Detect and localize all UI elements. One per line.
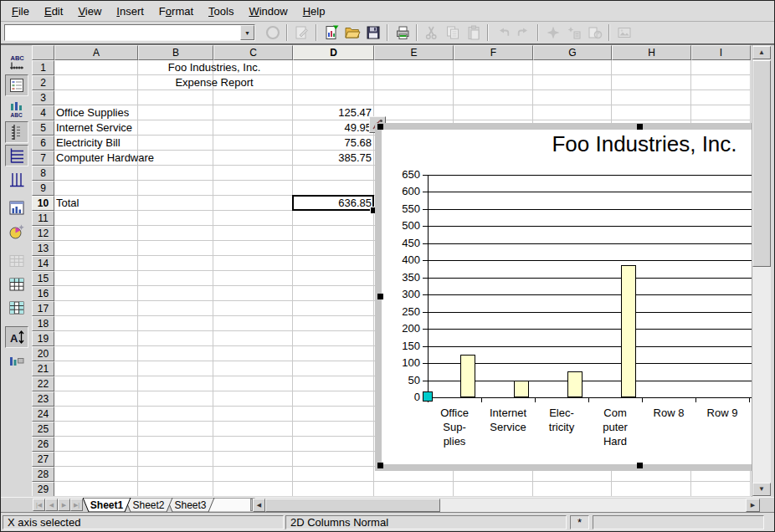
column-header-b[interactable]: B: [138, 45, 213, 60]
row-header-25[interactable]: 25: [32, 422, 54, 437]
column-header-f[interactable]: F: [454, 45, 533, 60]
y-axis-label-0[interactable]: 0: [385, 391, 420, 403]
sheet-nav-last-button[interactable]: ▶|: [70, 499, 83, 511]
x-axis-line[interactable]: [428, 397, 752, 398]
chart-selection-handle[interactable]: [637, 463, 643, 468]
y-axis-label-350[interactable]: 350: [385, 271, 420, 284]
chart-title-button[interactable]: ABC: [5, 51, 28, 73]
row-header-5[interactable]: 5: [32, 120, 54, 136]
horizontal-scroll-thumb[interactable]: [265, 499, 440, 512]
row-header-14[interactable]: 14: [32, 256, 54, 271]
menu-help[interactable]: Help: [295, 3, 333, 20]
cell-row4-value[interactable]: 125.47: [296, 105, 372, 120]
row-header-22[interactable]: 22: [32, 376, 54, 391]
cell-row5-label[interactable]: Internet Service: [56, 120, 132, 136]
row-header-7[interactable]: 7: [32, 151, 54, 166]
data-in-columns-button[interactable]: [5, 297, 28, 319]
menu-window[interactable]: Window: [241, 3, 295, 20]
chart-selection-handle[interactable]: [377, 463, 383, 468]
autoformat-button[interactable]: [5, 221, 28, 243]
x-axis-label-computer-hard[interactable]: ComputerHard: [585, 406, 645, 448]
axis-descriptions-button[interactable]: [5, 121, 28, 143]
row-header-12[interactable]: 12: [32, 226, 54, 241]
menu-edit[interactable]: Edit: [37, 3, 70, 20]
column-header-g[interactable]: G: [533, 45, 612, 60]
y-axis-label-250[interactable]: 250: [385, 305, 420, 318]
legend-button[interactable]: [5, 74, 28, 96]
x-axis-label-row-8[interactable]: Row 8: [639, 406, 699, 420]
menu-format[interactable]: Format: [151, 3, 201, 20]
print-button[interactable]: [392, 23, 413, 43]
y-axis-label-650[interactable]: 650: [385, 168, 420, 181]
row-header-6[interactable]: 6: [32, 136, 54, 151]
scroll-down-button[interactable]: ▼: [752, 483, 771, 496]
reorganize-chart-button[interactable]: [5, 350, 28, 371]
row-header-15[interactable]: 15: [32, 271, 54, 286]
y-axis-line[interactable]: [428, 175, 429, 398]
row-header-10[interactable]: 10: [32, 196, 54, 211]
combobox-dropdown-button[interactable]: ▼: [240, 25, 254, 40]
row-header-8[interactable]: 8: [32, 166, 54, 181]
x-axis-label-internet-service[interactable]: InternetService: [478, 406, 538, 434]
sheet-nav-first-button[interactable]: |◀: [33, 499, 45, 511]
sheet-tab-label[interactable]: Sheet1: [90, 499, 124, 511]
vertical-scrollbar[interactable]: ▲▼: [752, 45, 771, 497]
chart-title[interactable]: Foo Industries, Inc.: [552, 131, 737, 157]
menu-tools[interactable]: Tools: [201, 3, 241, 20]
cell-row6-value[interactable]: 75.68: [296, 136, 372, 151]
horizontal-scrollbar[interactable]: ◀▶: [253, 499, 760, 512]
row-header-19[interactable]: 19: [32, 331, 54, 346]
bar-electricity[interactable]: [567, 371, 583, 397]
row-header-18[interactable]: 18: [32, 316, 54, 331]
horizontal-grid-button[interactable]: [5, 145, 28, 166]
x-axis-label-office-supplies[interactable]: OfficeSup-plies: [424, 406, 485, 448]
bar-computer-hard[interactable]: [621, 265, 636, 397]
cell-row7-label[interactable]: Computer Hardware: [56, 151, 154, 166]
select-all-corner[interactable]: [32, 45, 54, 60]
bar-office-supplies[interactable]: [460, 355, 475, 397]
row-header-24[interactable]: 24: [32, 407, 54, 422]
row-header-21[interactable]: 21: [32, 361, 54, 376]
column-header-i[interactable]: I: [691, 45, 751, 60]
vertical-scroll-thumb[interactable]: [752, 60, 771, 267]
row-header-20[interactable]: 20: [32, 346, 54, 361]
row-header-29[interactable]: 29: [32, 482, 54, 496]
axes-title-button[interactable]: ABC: [5, 98, 28, 120]
sheet-nav-next-button[interactable]: ▶: [58, 499, 70, 511]
row-header-2[interactable]: 2: [32, 75, 54, 90]
row-header-13[interactable]: 13: [32, 241, 54, 256]
y-axis-label-150[interactable]: 150: [385, 340, 420, 352]
sheet-tab-label[interactable]: Sheet2: [132, 499, 164, 511]
scroll-right-button[interactable]: ▶: [746, 499, 760, 512]
cell-row5-value[interactable]: 49.95: [296, 120, 372, 136]
column-header-h[interactable]: H: [612, 45, 691, 60]
row-header-23[interactable]: 23: [32, 391, 54, 407]
column-header-a[interactable]: A: [54, 45, 138, 60]
y-axis-label-450[interactable]: 450: [385, 237, 420, 249]
new-document-button[interactable]: [321, 23, 341, 43]
cell-total-label[interactable]: Total: [56, 196, 79, 211]
x-axis-selection-handle[interactable]: [423, 391, 433, 402]
chart-selection-handle[interactable]: [377, 294, 383, 299]
scroll-up-button[interactable]: ▲: [752, 46, 771, 59]
sheet-tab-label[interactable]: Sheet3: [174, 499, 206, 511]
url-combobox[interactable]: ▼: [4, 24, 255, 41]
column-header-c[interactable]: C: [213, 45, 293, 60]
chart-selection-handle[interactable]: [637, 124, 643, 130]
chart-selection-handle[interactable]: [377, 124, 383, 130]
sheet-nav-previous-button[interactable]: ◀: [45, 499, 58, 511]
row-header-26[interactable]: 26: [32, 437, 54, 452]
y-axis-label-400[interactable]: 400: [385, 253, 420, 266]
y-axis-label-50[interactable]: 50: [385, 374, 420, 386]
row-header-27[interactable]: 27: [32, 452, 54, 467]
url-combobox-input[interactable]: [5, 25, 240, 40]
column-header-e[interactable]: E: [374, 45, 454, 60]
menu-insert[interactable]: Insert: [109, 3, 151, 20]
y-axis-label-550[interactable]: 550: [385, 202, 420, 215]
menu-view[interactable]: View: [70, 3, 109, 20]
y-axis-label-300[interactable]: 300: [385, 288, 420, 300]
data-in-rows-button[interactable]: [5, 274, 28, 295]
scale-text-button[interactable]: A: [5, 326, 28, 348]
row-header-3[interactable]: 3: [32, 90, 54, 105]
row-header-28[interactable]: 28: [32, 467, 54, 482]
